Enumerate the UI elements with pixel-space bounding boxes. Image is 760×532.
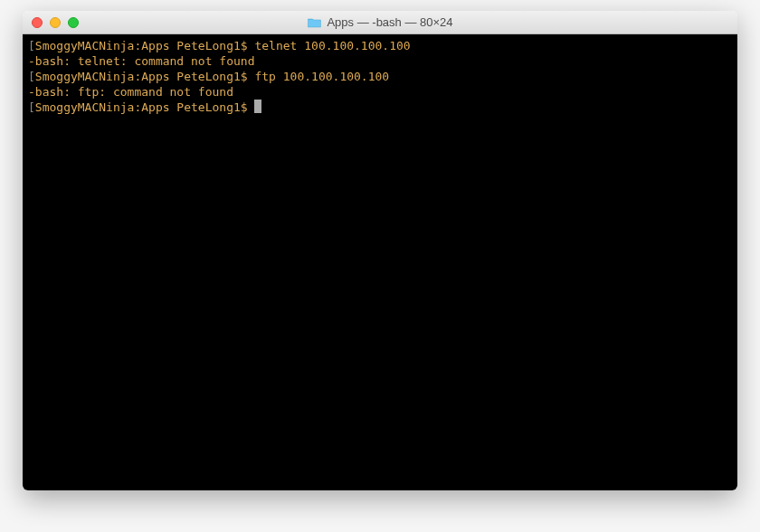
terminal-line: -bash: ftp: command not found: [28, 84, 732, 100]
window-title: Apps — -bash — 80×24: [307, 15, 452, 29]
output-text: -bash: ftp: command not found: [28, 85, 233, 99]
terminal-window: Apps — -bash — 80×24 [SmoggyMACNinja:App…: [23, 11, 737, 490]
bracket-icon: [: [28, 70, 35, 83]
terminal-line: [SmoggyMACNinja:Apps PeteLong1$ ftp 100.…: [28, 69, 732, 84]
terminal-line: -bash: telnet: command not found: [28, 53, 732, 69]
window-controls: [23, 17, 79, 28]
terminal-content[interactable]: [SmoggyMACNinja:Apps PeteLong1$ telnet 1…: [23, 34, 737, 490]
prompt: SmoggyMACNinja:Apps PeteLong1$: [35, 70, 255, 83]
cursor: [254, 100, 261, 113]
prompt: SmoggyMACNinja:Apps PeteLong1$: [35, 100, 255, 114]
minimize-button[interactable]: [50, 17, 61, 28]
terminal-line: [SmoggyMACNinja:Apps PeteLong1$ telnet 1…: [28, 38, 732, 53]
command-text: ftp 100.100.100.100: [254, 70, 389, 83]
folder-icon: [307, 17, 321, 28]
bracket-icon: [: [28, 100, 35, 114]
close-button[interactable]: [32, 17, 43, 28]
output-text: -bash: telnet: command not found: [28, 54, 254, 68]
maximize-button[interactable]: [68, 17, 79, 28]
prompt: SmoggyMACNinja:Apps PeteLong1$: [35, 39, 255, 52]
window-title-text: Apps — -bash — 80×24: [327, 15, 452, 29]
terminal-line: [SmoggyMACNinja:Apps PeteLong1$: [28, 100, 732, 115]
bracket-icon: [: [28, 39, 35, 52]
command-text: telnet 100.100.100.100: [254, 39, 410, 52]
window-titlebar: Apps — -bash — 80×24: [23, 11, 737, 34]
